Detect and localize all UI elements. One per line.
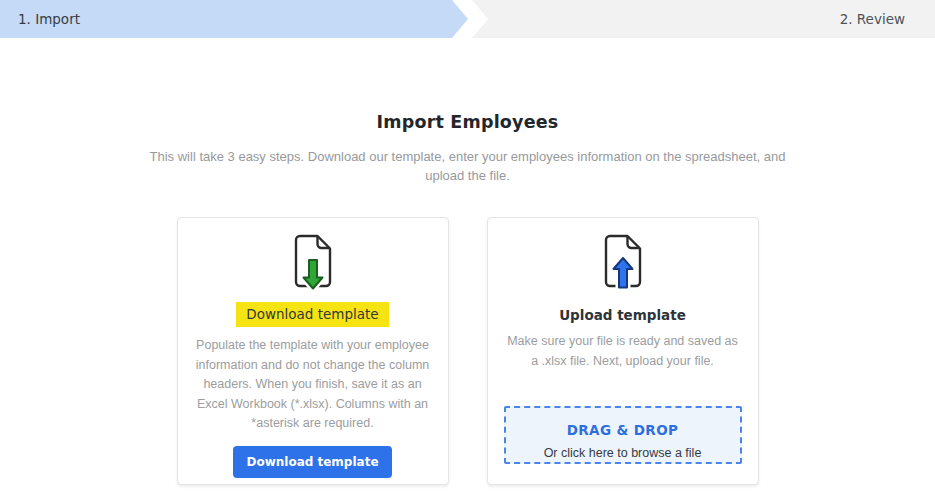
page-description: This will take 3 easy steps. Download ou… xyxy=(145,147,790,185)
upload-instructions: Make sure your file is ready and saved a… xyxy=(504,332,742,371)
dropzone-subtitle: Or click here to browse a file xyxy=(506,446,740,460)
document-download-icon xyxy=(284,231,342,293)
step-import[interactable]: 1. Import xyxy=(0,0,468,38)
page-title: Import Employees xyxy=(0,112,935,132)
download-instructions: Populate the template with your employee… xyxy=(194,336,432,434)
step-review[interactable]: 2. Review xyxy=(472,0,935,38)
file-dropzone[interactable]: DRAG & DROP Or click here to browse a fi… xyxy=(504,406,742,465)
download-template-card: Download template Populate the template … xyxy=(177,217,449,485)
step-import-label: 1. Import xyxy=(18,11,80,27)
dropzone-title: DRAG & DROP xyxy=(506,422,740,438)
document-upload-icon xyxy=(594,231,652,293)
download-template-heading: Download template xyxy=(236,302,388,327)
download-template-button[interactable]: Download template xyxy=(233,446,391,478)
upload-template-heading: Upload template xyxy=(559,307,686,323)
import-cards: Download template Populate the template … xyxy=(0,217,935,485)
step-progress-bar: 1. Import 2. Review xyxy=(0,0,935,38)
upload-template-card: Upload template Make sure your file is r… xyxy=(487,217,759,485)
step-review-label: 2. Review xyxy=(840,11,905,27)
